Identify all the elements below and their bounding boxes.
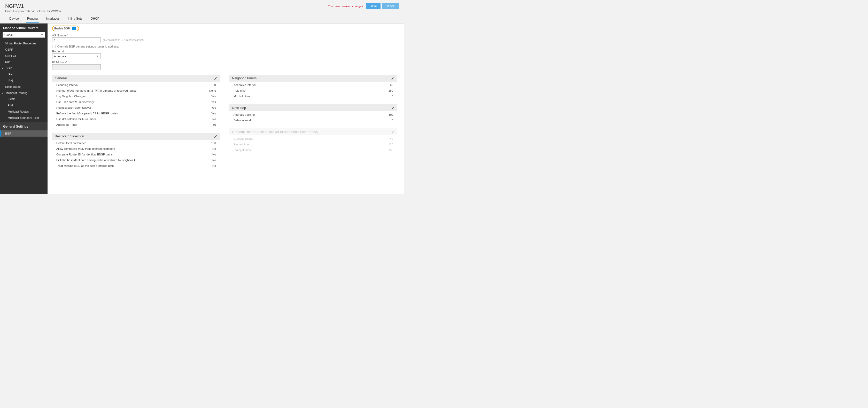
- tab-interfaces[interactable]: Interfaces: [45, 15, 61, 23]
- kv-row: Delay interval5: [229, 118, 397, 123]
- unsaved-changes-text: You have unsaved changes: [328, 5, 363, 8]
- kv-key: Pick the best-MED path among paths adver…: [56, 159, 137, 162]
- edit-graceful-restart-icon: [391, 130, 395, 134]
- kv-row: Default local preference100: [52, 140, 220, 146]
- sidebar-item-multicast-routing[interactable]: Multicast Routing: [0, 90, 48, 96]
- kv-row: Reset session upon failoverYes: [52, 105, 220, 111]
- edit-neighbor-timers-icon[interactable]: [391, 76, 395, 80]
- kv-row: Aggregate Timer30: [52, 122, 220, 128]
- panel-best-path-header: Best Path Selection: [52, 133, 220, 140]
- kv-value: No: [212, 118, 216, 121]
- as-number-input[interactable]: [52, 37, 101, 43]
- kv-row: Scanning Interval60: [52, 82, 220, 88]
- panel-next-hop-header: Next Hop: [229, 104, 397, 111]
- panel-general-list: Scanning Interval60 Number of AS numbers…: [52, 82, 220, 128]
- save-button[interactable]: Save: [366, 3, 380, 9]
- panel-column-right: Neighbor Timers Keepalive Interval60 Hol…: [229, 75, 397, 158]
- sidebar-item-multicast-routes[interactable]: Multicast Routes: [0, 108, 48, 115]
- sidebar-item-static-route[interactable]: Static Route: [0, 84, 48, 90]
- kv-value: Yes: [211, 112, 216, 115]
- chevron-down-icon: ▼: [41, 34, 43, 36]
- kv-key: Reset session upon failover: [56, 106, 91, 109]
- panel-next-hop-list: Address trackingYes Delay interval5: [229, 111, 397, 124]
- kv-key: Address tracking: [234, 113, 255, 116]
- sidebar-item-rip[interactable]: RIP: [0, 59, 48, 65]
- chevron-down-icon: ▼: [97, 55, 99, 58]
- kv-row: Enforce the first AS is peer's AS for EB…: [52, 111, 220, 116]
- sidebar-item-ipv4[interactable]: IPv4: [0, 71, 48, 77]
- panel-neighbor-timers-header: Neighbor Timers: [229, 75, 397, 82]
- tab-routing[interactable]: Routing: [26, 15, 39, 23]
- override-checkbox[interactable]: [52, 45, 56, 48]
- kv-key: Log Neighbor Changes: [56, 95, 86, 98]
- panel-next-hop: Next Hop Address trackingYes Delay inter…: [229, 104, 397, 124]
- sidebar-item-multicast-label: Multicast Routing: [6, 91, 27, 95]
- kv-value: 100: [211, 142, 216, 145]
- edit-next-hop-icon[interactable]: [391, 106, 395, 110]
- sidebar-item-igmp[interactable]: IGMP: [0, 96, 48, 102]
- enable-bgp-label: Enable BGP:: [54, 27, 71, 30]
- kv-key: Default local preference: [56, 142, 86, 145]
- kv-key: Min hold time: [234, 95, 250, 98]
- sidebar-item-ospf[interactable]: OSPF: [0, 46, 48, 53]
- enable-bgp-highlight: Enable BGP: ✓: [52, 26, 79, 31]
- kv-key: Treat missing MED as the best preferred …: [56, 164, 114, 167]
- kv-value: No: [212, 153, 216, 156]
- panel-best-path: Best Path Selection Default local prefer…: [52, 133, 220, 169]
- kv-row: Pick the best-MED path among paths adver…: [52, 157, 220, 163]
- kv-row: Hold time180: [229, 88, 397, 93]
- kv-value: 60: [213, 84, 216, 87]
- edit-best-path-icon[interactable]: [214, 134, 218, 138]
- virtual-router-select[interactable]: Global ▼: [3, 32, 45, 38]
- kv-row: Use TCP path MTU discoveryYes: [52, 99, 220, 105]
- kv-key: Keepalive Interval: [234, 84, 256, 87]
- kv-key: Use dot notation for AS number: [56, 118, 96, 121]
- kv-value: Yes: [389, 113, 393, 116]
- kv-value: 360: [389, 149, 393, 152]
- sidebar-item-ospfv3[interactable]: OSPFv3: [0, 53, 48, 59]
- content-area: Enable BGP: ✓ AS Number* (1-4294967295 o…: [48, 24, 404, 194]
- kv-value: None: [209, 89, 216, 92]
- sidebar-item-general-bgp[interactable]: BGP: [0, 130, 48, 136]
- panel-neighbor-timers-title: Neighbor Timers: [232, 76, 256, 80]
- kv-row: Allow comparing MED from different neigh…: [52, 146, 220, 152]
- device-title: NGFW1: [5, 3, 62, 9]
- sidebar-item-vr-properties[interactable]: Virtual Router Properties: [0, 40, 48, 46]
- panel-neighbor-timers-list: Keepalive Interval60 Hold time180 Min ho…: [229, 82, 397, 100]
- sidebar-item-pim[interactable]: PIM: [0, 102, 48, 108]
- override-label: Override BGP general settings router-id …: [57, 45, 119, 48]
- panel-next-hop-title: Next Hop: [232, 106, 246, 110]
- tab-dhcp[interactable]: DHCP: [90, 15, 100, 23]
- kv-value: Yes: [211, 106, 216, 109]
- enable-bgp-checkbox[interactable]: ✓: [72, 27, 76, 30]
- panel-neighbor-timers: Neighbor Timers Keepalive Interval60 Hol…: [229, 75, 397, 100]
- panel-general-title: General: [55, 76, 67, 80]
- header-actions: You have unsaved changes Save Cancel: [328, 3, 399, 9]
- kv-key: Use TCP path MTU discovery: [56, 100, 94, 103]
- sidebar-item-bgp[interactable]: BGP: [0, 65, 48, 71]
- kv-value: Yes: [211, 100, 216, 103]
- kv-row: Restart time120: [229, 142, 397, 147]
- edit-general-icon[interactable]: [214, 76, 218, 80]
- sidebar-item-multicast-boundary[interactable]: Multicast Boundary Filter: [0, 115, 48, 121]
- kv-key: Enforce the first AS is peer's AS for EB…: [56, 112, 118, 115]
- kv-value: No: [212, 147, 216, 150]
- kv-value: Yes: [211, 95, 216, 98]
- kv-value: No: [212, 159, 216, 162]
- kv-value: 120: [389, 143, 393, 146]
- sidebar-general-settings-header: General Settings: [0, 122, 48, 130]
- tab-device[interactable]: Device: [8, 15, 20, 23]
- sidebar-title: Manage Virtual Routers: [0, 24, 48, 32]
- kv-key: Aggregate Timer: [56, 123, 77, 126]
- tab-inline-sets[interactable]: Inline Sets: [67, 15, 84, 23]
- kv-row: Min hold time0: [229, 93, 397, 99]
- kv-value: 60: [390, 84, 393, 87]
- router-id-select[interactable]: Automatic ▼: [52, 54, 101, 59]
- sidebar-item-ipv6[interactable]: IPv6: [0, 77, 48, 84]
- kv-value: No: [390, 137, 393, 140]
- panel-graceful-restart-title: Graceful Restart (use in failover or spa…: [232, 130, 318, 134]
- header-tabs: Device Routing Interfaces Inline Sets DH…: [5, 15, 399, 23]
- kv-key: Graceful Restart: [234, 137, 254, 140]
- cancel-button[interactable]: Cancel: [382, 3, 399, 9]
- kv-value: 5: [392, 119, 393, 122]
